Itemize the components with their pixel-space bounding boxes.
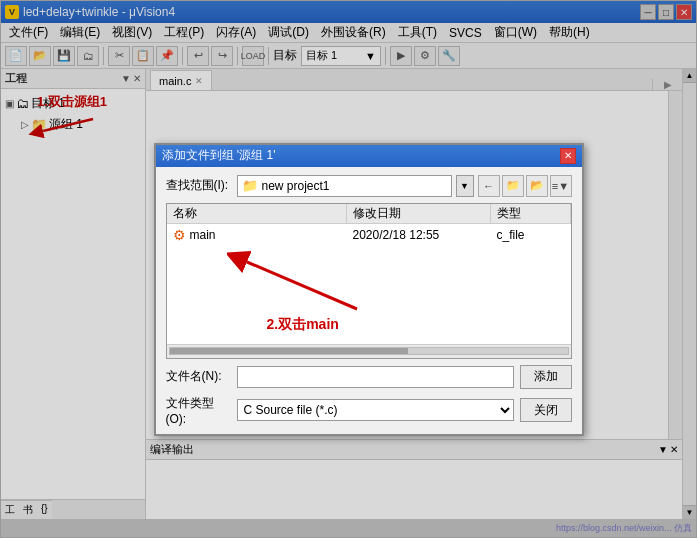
dialog-title-bar: 添加文件到组 '源组 1' ✕ bbox=[156, 145, 582, 167]
main-window: V led+delay+twinkle - μVision4 ─ □ ✕ 文件(… bbox=[0, 0, 697, 538]
file-date-cell: 2020/2/18 12:55 bbox=[347, 224, 491, 246]
dialog-body: 查找范围(I): 📁 new project1 ▼ ← 📁 📂 ≡▼ bbox=[156, 167, 582, 434]
filename-label: 文件名(N): bbox=[166, 368, 231, 385]
filename-input[interactable] bbox=[237, 366, 514, 388]
nav-buttons: ← 📁 📂 ≡▼ bbox=[478, 175, 572, 197]
nav-new-folder-btn[interactable]: 📂 bbox=[526, 175, 548, 197]
filetype-select[interactable]: C Source file (*.c) bbox=[237, 399, 514, 421]
nav-up-btn[interactable]: 📁 bbox=[502, 175, 524, 197]
file-list-container: 名称 修改日期 类型 ⚙ main 2020/2/18 12:55 c_fi bbox=[166, 203, 572, 359]
col-header-name: 名称 bbox=[167, 204, 347, 223]
lookup-row: 查找范围(I): 📁 new project1 ▼ ← 📁 📂 ≡▼ bbox=[166, 175, 572, 197]
file-name-cell: ⚙ main bbox=[167, 224, 347, 246]
scrollbar-thumb bbox=[170, 348, 409, 354]
annotation-text-2: 2.双击main bbox=[267, 316, 339, 334]
close-button[interactable]: 关闭 bbox=[520, 398, 572, 422]
folder-display: 📁 new project1 bbox=[237, 175, 452, 197]
annotation-arrow-2 bbox=[227, 244, 387, 324]
col-header-type: 类型 bbox=[491, 204, 571, 223]
filetype-label: 文件类型(O): bbox=[166, 395, 231, 426]
filetype-row: 文件类型(O): C Source file (*.c) 关闭 bbox=[166, 395, 572, 426]
file-list-header: 名称 修改日期 类型 bbox=[167, 204, 571, 224]
file-type-cell: c_file bbox=[491, 224, 571, 246]
col-header-date: 修改日期 bbox=[347, 204, 491, 223]
file-list-scrollbar[interactable] bbox=[167, 344, 571, 358]
file-list-body: ⚙ main 2020/2/18 12:55 c_file bbox=[167, 224, 571, 344]
path-dropdown-btn[interactable]: ▼ bbox=[456, 175, 474, 197]
c-file-icon: ⚙ bbox=[173, 227, 186, 243]
folder-icon: 📁 bbox=[242, 178, 258, 193]
dialog-overlay: 添加文件到组 '源组 1' ✕ 查找范围(I): 📁 new project1 … bbox=[1, 1, 696, 537]
folder-name-text: new project1 bbox=[262, 179, 330, 193]
add-file-dialog: 添加文件到组 '源组 1' ✕ 查找范围(I): 📁 new project1 … bbox=[154, 143, 584, 436]
nav-back-btn[interactable]: ← bbox=[478, 175, 500, 197]
scrollbar-track bbox=[169, 347, 569, 355]
lookup-label: 查找范围(I): bbox=[166, 177, 231, 194]
svg-line-3 bbox=[247, 262, 357, 309]
nav-view-btn[interactable]: ≡▼ bbox=[550, 175, 572, 197]
dialog-close-btn[interactable]: ✕ bbox=[560, 148, 576, 164]
filename-row: 文件名(N): 添加 bbox=[166, 365, 572, 389]
file-row-main[interactable]: ⚙ main 2020/2/18 12:55 c_file bbox=[167, 224, 571, 246]
dialog-title: 添加文件到组 '源组 1' bbox=[162, 147, 276, 164]
file-name-text: main bbox=[190, 228, 216, 242]
add-button[interactable]: 添加 bbox=[520, 365, 572, 389]
path-bar: 📁 new project1 ▼ ← 📁 📂 ≡▼ bbox=[237, 175, 572, 197]
